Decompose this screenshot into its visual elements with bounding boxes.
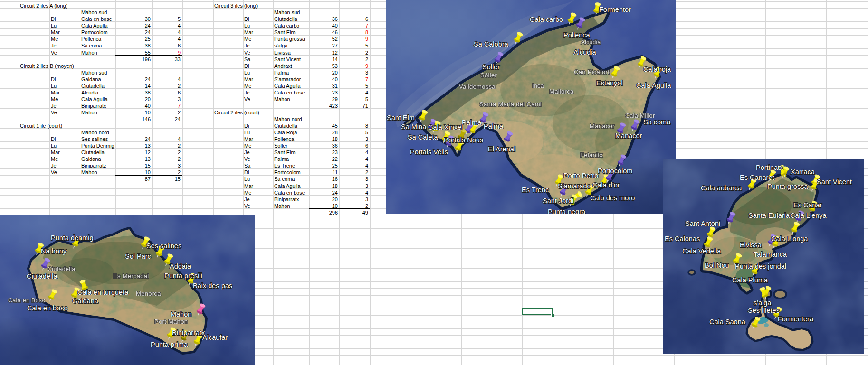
svg-text:Galdana: Galdana [72, 297, 99, 305]
svg-text:Sa Caleta: Sa Caleta [408, 133, 439, 141]
svg-text:S'amarado: S'amarado [558, 182, 591, 190]
svg-text:Soller: Soller [482, 63, 500, 71]
svg-text:Portals Nous: Portals Nous [444, 136, 483, 144]
svg-text:Pollenca: Pollenca [563, 31, 591, 39]
svg-text:Es Trenc: Es Trenc [522, 186, 549, 194]
svg-text:Biniparratx: Biniparratx [172, 329, 205, 337]
svg-text:Eivissa: Eivissa [740, 241, 762, 249]
svg-text:Addaia: Addaia [170, 262, 191, 270]
svg-text:Inca: Inca [532, 83, 544, 89]
svg-text:Cala Llonga: Cala Llonga [771, 235, 808, 243]
svg-text:Cala Vedella: Cala Vedella [682, 247, 721, 255]
svg-text:Cala en Bosc: Cala en Bosc [8, 297, 45, 304]
svg-text:Formentor: Formentor [599, 6, 631, 13]
svg-text:Portinatx: Portinatx [756, 164, 783, 171]
svg-text:Santa Maria del Cami: Santa Maria del Cami [479, 101, 542, 108]
svg-text:Sóller: Sóller [480, 72, 497, 79]
svg-text:Ciutadella: Ciutadella [48, 266, 76, 272]
svg-text:Santa Eularia: Santa Eularia [748, 212, 790, 219]
svg-text:Cala d'or: Cala d'or [592, 181, 620, 189]
svg-text:Na bony: Na bony [41, 247, 67, 255]
svg-text:Alcudia: Alcudia [573, 48, 596, 56]
svg-text:Cala Saona: Cala Saona [709, 318, 746, 326]
svg-text:Baix des pas: Baix des pas [193, 282, 232, 290]
svg-text:Portals Vells: Portals Vells [410, 148, 448, 156]
svg-text:Cala carbo: Cala carbo [530, 16, 563, 23]
svg-text:Mallorca: Mallorca [549, 88, 574, 95]
svg-text:Menorca: Menorca [136, 290, 161, 297]
svg-text:Valldemossa: Valldemossa [459, 83, 496, 90]
svg-text:Can Picafort: Can Picafort [574, 68, 610, 75]
svg-text:Punta des jondal: Punta des jondal [735, 262, 786, 270]
svg-text:Porto Petro: Porto Petro [563, 172, 598, 179]
svg-text:Sa Calobra: Sa Calobra [474, 40, 508, 48]
svg-text:Cala Xinxel: Cala Xinxel [428, 123, 463, 131]
svg-text:Es Calonas: Es Calonas [665, 235, 700, 243]
svg-text:Cala Llenya: Cala Llenya [790, 212, 827, 219]
svg-text:Sant Vicent: Sant Vicent [817, 178, 852, 186]
svg-text:Punta presili: Punta presili [164, 272, 202, 280]
svg-text:Cala en bosc: Cala en bosc [27, 304, 67, 312]
svg-text:Sant Jordi: Sant Jordi [543, 197, 573, 205]
svg-text:Sant Elm: Sant Elm [387, 114, 415, 122]
svg-text:Palma: Palma [484, 122, 504, 130]
svg-text:Punta negra: Punta negra [548, 208, 586, 214]
svg-text:Sa Mina: Sa Mina [401, 123, 427, 131]
svg-text:Sa coma: Sa coma [643, 118, 671, 126]
svg-text:Felanitx: Felanitx [580, 151, 603, 159]
svg-text:Sant Antoni: Sant Antoni [685, 220, 720, 227]
svg-text:Es Canaret: Es Canaret [740, 174, 774, 181]
svg-text:Palma: Palma [462, 119, 482, 126]
svg-text:Port Mahon: Port Mahon [154, 318, 188, 325]
svg-text:Manacor: Manacor [615, 132, 642, 140]
svg-text:Sol Parc: Sol Parc [125, 253, 151, 260]
svg-text:Formentera: Formentera [778, 315, 814, 323]
svg-text:El Arenal: El Arenal [488, 145, 515, 153]
svg-text:Cala en turqueta: Cala en turqueta [77, 289, 129, 296]
svg-text:Calo des moro: Calo des moro [590, 194, 635, 202]
svg-text:Es Mercadal: Es Mercadal [113, 272, 149, 280]
svg-text:Manacor: Manacor [590, 122, 615, 130]
svg-text:Ses salines: Ses salines [146, 242, 181, 250]
svg-text:Es Canar: Es Canar [793, 201, 822, 209]
svg-text:Punta grossa: Punta grossa [767, 183, 808, 190]
svg-text:Bol Nou: Bol Nou [705, 262, 729, 269]
svg-text:Talamanca: Talamanca [754, 251, 787, 258]
svg-text:Ciutadella: Ciutadella [27, 272, 57, 280]
svg-text:Cala Pluma: Cala Pluma [732, 276, 768, 284]
svg-text:Alcaufar: Alcaufar [202, 334, 228, 341]
svg-text:Punta denmig: Punta denmig [51, 234, 93, 242]
svg-text:Alcúdia: Alcúdia [581, 39, 601, 46]
svg-text:Cala Agulla: Cala Agulla [636, 82, 671, 89]
svg-text:Xarraca: Xarraca [791, 168, 815, 176]
svg-text:Ses Illetes: Ses Illetes [748, 307, 780, 314]
svg-text:Mahon: Mahon [171, 310, 191, 318]
svg-text:Cala roja: Cala roja [643, 66, 671, 73]
svg-text:Cala aubarca: Cala aubarca [701, 184, 742, 192]
svg-text:Portocolom: Portocolom [598, 167, 632, 175]
svg-text:Estanyol: Estanyol [596, 79, 623, 87]
svg-text:Punta prima: Punta prima [151, 341, 188, 348]
svg-text:s'alga: s'alga [754, 299, 772, 307]
